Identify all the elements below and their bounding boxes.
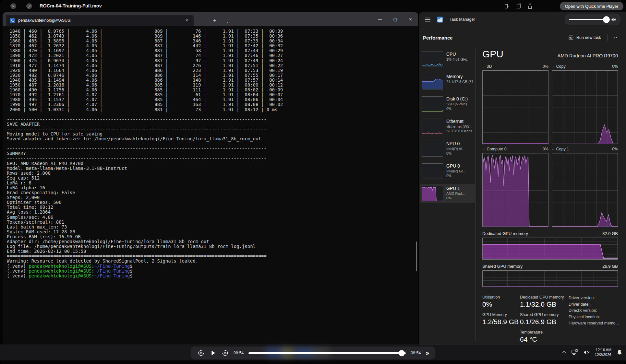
stat-value: 0%: [482, 300, 519, 308]
chevron-down-icon[interactable]: ⌄: [482, 65, 485, 68]
window-bottom-edge: [0, 360, 626, 364]
driver-info-line: Driver version:: [569, 295, 619, 301]
gpu-panel: GPU AMD Radeon AI PRO R9700 ⌄ 3D 0%: [482, 49, 618, 344]
dedicated-memory-chart: [482, 238, 618, 260]
sidebar-item[interactable]: GPU 1 AMD Rad... 0%: [420, 184, 476, 203]
rotate-icon[interactable]: [516, 3, 522, 9]
dedicated-memory-max: 32.0 GB: [602, 231, 618, 236]
terminal-tab[interactable]: >_ pendakwahteknologi@ASUS: ✕: [6, 15, 194, 26]
seek-track[interactable]: [248, 352, 406, 354]
tab-dropdown-icon[interactable]: ⌄: [223, 19, 231, 26]
chevron-down-icon[interactable]: ⌄: [552, 65, 554, 68]
gpu-engine-panel: ⌄ 3D 0%: [482, 64, 548, 144]
sidebar-item[interactable]: Ethernet vEthernet (WS... S: 0 R: 8.0 Kb…: [420, 117, 476, 136]
page-title: Performance: [423, 35, 453, 41]
chevron-down-icon[interactable]: ⌄: [552, 147, 554, 151]
seek-knob[interactable]: [399, 350, 405, 356]
gpu-title: GPU: [482, 49, 503, 60]
sidebar-item-line2: Intel(R) Gr...: [446, 169, 466, 173]
terminal-body[interactable]: 1840 | 460 | 0.9765 | 4.06 | 889 | 76 | …: [3, 26, 418, 345]
terminal-tab-title: pendakwahteknologi@ASUS:: [18, 18, 181, 23]
hamburger-menu-icon[interactable]: [425, 18, 430, 22]
sidebar-item-chart: [422, 141, 443, 157]
run-new-task-button[interactable]: Run new task: [566, 34, 604, 42]
sidebar-item-line2: 1% 4.61 GHz: [446, 57, 467, 62]
terminal-scrollbar[interactable]: [416, 241, 417, 271]
svg-text:15: 15: [224, 352, 226, 355]
slash-icon[interactable]: [26, 3, 32, 9]
speaker-icon[interactable]: [611, 17, 616, 22]
engine-value: 0%: [612, 64, 618, 69]
engine-label: Copy 1: [556, 147, 569, 151]
engine-value: 0%: [543, 64, 548, 69]
more-options-icon[interactable]: ...: [612, 33, 621, 42]
sidebar-item-line2: 24.1/47.3 GB (51: [446, 79, 474, 84]
chevron-down-icon[interactable]: ⌄: [482, 147, 485, 151]
sidebar-item-line3: 0%: [446, 196, 465, 200]
sidebar-item-name: CPU: [446, 52, 467, 57]
open-with-quicktime-button[interactable]: Open with QuickTime Player: [560, 2, 623, 10]
driver-info-line: Driver date:: [569, 301, 619, 308]
sidebar-item-name: GPU 0: [446, 163, 466, 169]
sidebar-item[interactable]: Memory 24.1/47.3 GB (51: [420, 72, 476, 91]
notification-bell-icon[interactable]: z: [616, 349, 623, 356]
driver-info-line: Physical location:: [569, 314, 619, 321]
tray-date: 12/2/2026: [595, 352, 611, 357]
maximize-button[interactable]: ▢: [388, 12, 403, 26]
volume-slider-knob[interactable]: [603, 16, 610, 23]
tab-separator: [221, 18, 221, 23]
gpu-engine-panel: ⌄ Copy 1 0%: [552, 147, 618, 227]
sidebar-divider: [475, 49, 476, 341]
header-separator: [608, 34, 608, 41]
sidebar-item[interactable]: CPU 1% 4.61 GHz: [420, 50, 476, 69]
powershell-icon: >_: [10, 18, 15, 23]
minimize-button[interactable]: —: [372, 12, 388, 26]
video-title: ROCm-04-Training-Full.mov: [40, 3, 102, 8]
sidebar-item[interactable]: GPU 0 Intel(R) Gr... 0%: [420, 162, 476, 181]
play-icon[interactable]: [210, 349, 217, 357]
sidebar-item-line3: S: 0 R: 8.0 Kbps: [446, 129, 473, 133]
sidebar-item-line2: SSD (NVMe): [446, 102, 468, 106]
seek-bar[interactable]: [248, 349, 406, 357]
system-tray: 12:16 AM 12/2/2026 z: [562, 347, 623, 357]
driver-info: Driver version:Driver date:DirectX versi…: [569, 295, 619, 327]
stat-label: Shared GPU memory: [520, 312, 567, 317]
new-tab-button[interactable]: +: [211, 18, 219, 26]
tray-chevron-up-icon[interactable]: [562, 351, 566, 354]
engine-utilization-chart: [482, 70, 548, 144]
gpu-engine-panel: ⌄ Compute 0 0%: [482, 147, 548, 227]
close-button[interactable]: ✕: [403, 12, 418, 26]
pip-icon[interactable]: [503, 3, 510, 9]
driver-info-line: DirectX version:: [569, 308, 619, 314]
dedicated-memory-label: Dedicated GPU memory: [482, 231, 528, 236]
sidebar-item-name: Disk 0 (C:): [446, 96, 468, 102]
skip-back-15-icon[interactable]: 15: [198, 349, 205, 357]
engine-value: 0%: [612, 147, 618, 151]
svg-text:z: z: [620, 350, 621, 352]
sidebar-item-chart: [422, 52, 443, 67]
volume-slider[interactable]: [569, 19, 608, 20]
terminal-window: >_ pendakwahteknologi@ASUS: ✕ + ⌄ — ▢ ✕ …: [3, 12, 418, 345]
window-controls: — ▢ ✕: [372, 12, 418, 26]
elapsed-time: 08:54: [234, 351, 244, 355]
stat-value: 64 °C: [520, 335, 567, 343]
share-icon[interactable]: [527, 3, 533, 9]
player-titlebar: ✕ ROCm-04-Training-Full.mov Open with Qu…: [0, 0, 626, 12]
stat-label: GPU Memory: [482, 312, 519, 317]
sidebar-item[interactable]: Disk 0 (C:) SSD (NVMe) 0%: [420, 95, 476, 113]
tab-close-icon[interactable]: ✕: [184, 18, 190, 23]
engine-value: 0%: [543, 147, 548, 151]
sidebar-item-chart: [422, 119, 443, 134]
mute-speaker-icon[interactable]: [583, 350, 590, 355]
sidebar-item[interactable]: NPU 0 Intel(R) AI ... 0%: [420, 139, 476, 158]
tray-clock[interactable]: 12:16 AM 12/2/2026: [595, 347, 611, 357]
stat-value: 0.1/26.9 GB: [520, 318, 567, 326]
network-display-icon[interactable]: [571, 349, 578, 355]
tray-time: 12:16 AM: [595, 347, 611, 352]
sidebar-item-chart: [422, 74, 443, 89]
sidebar-item-line3: 0%: [446, 106, 468, 111]
terminal-tabbar: >_ pendakwahteknologi@ASUS: ✕ + ⌄ — ▢ ✕: [3, 12, 418, 26]
skip-forward-15-icon[interactable]: 15: [222, 349, 229, 357]
close-icon[interactable]: ✕: [10, 3, 16, 9]
fast-forward-icon[interactable]: »: [426, 349, 428, 357]
